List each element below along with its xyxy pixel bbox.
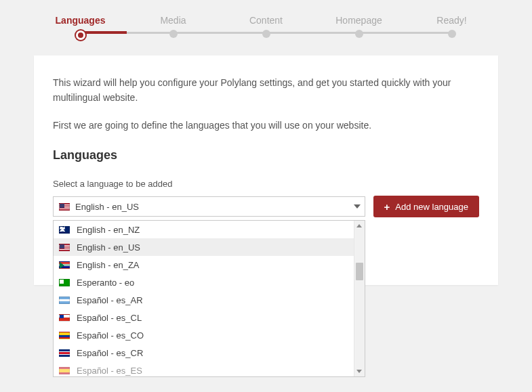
- language-dropdown: English - en_NZEnglish - en_USEnglish - …: [53, 220, 365, 377]
- step-label: Content: [220, 15, 312, 26]
- language-select-row: English - en_US English - en_NZEnglish -…: [53, 196, 479, 217]
- language-option[interactable]: Español - es_AR: [54, 291, 354, 309]
- step-dot-icon: [169, 30, 178, 38]
- step-label: Languages: [34, 15, 127, 26]
- language-option-label: Español - es_CO: [77, 330, 144, 341]
- language-option[interactable]: Español - es_CL: [54, 309, 354, 326]
- language-option[interactable]: English - en_US: [54, 238, 354, 256]
- language-option-label: English - en_ZA: [77, 260, 140, 270]
- flag-icon: [59, 367, 70, 374]
- language-select[interactable]: English - en_US: [53, 196, 365, 217]
- selected-flag-icon: [59, 203, 70, 211]
- flag-icon: [59, 332, 70, 339]
- flag-icon: [59, 297, 70, 304]
- flag-icon: [59, 314, 70, 322]
- selected-language-label: English - en_US: [75, 202, 139, 212]
- scroll-thumb[interactable]: [356, 263, 363, 280]
- add-language-button[interactable]: + Add new language: [373, 196, 479, 217]
- step-dot-icon: [76, 30, 85, 40]
- section-title: Languages: [53, 148, 479, 162]
- language-option-label: Español - es_CR: [77, 348, 143, 358]
- chevron-down-icon: [354, 204, 361, 209]
- language-dropdown-list: English - en_NZEnglish - en_USEnglish - …: [54, 221, 354, 376]
- step-label: Homepage: [312, 15, 405, 26]
- step-ready[interactable]: Ready!: [405, 7, 498, 39]
- language-option-label: English - en_NZ: [77, 225, 140, 235]
- plus-icon: +: [384, 202, 390, 212]
- step-media[interactable]: Media: [127, 7, 220, 39]
- flag-icon: [59, 226, 70, 234]
- step-dot-icon: [448, 30, 456, 38]
- step-label: Ready!: [405, 15, 498, 26]
- language-option[interactable]: Esperanto - eo: [54, 274, 354, 291]
- flag-icon: [59, 261, 70, 269]
- flag-icon: [59, 279, 70, 286]
- language-option[interactable]: English - en_NZ: [54, 221, 354, 238]
- step-label: Media: [127, 15, 220, 26]
- language-option[interactable]: Español - es_ES: [54, 362, 354, 376]
- intro-text: This wizard will help you configure your…: [53, 76, 479, 105]
- language-option[interactable]: Español - es_CR: [54, 344, 354, 362]
- language-option[interactable]: Español - es_CO: [54, 326, 354, 344]
- add-language-label: Add new language: [395, 202, 468, 212]
- step-dot-icon: [355, 30, 363, 38]
- step-line: [81, 31, 127, 34]
- step-languages[interactable]: Languages: [34, 7, 127, 39]
- dropdown-scrollbar[interactable]: [354, 221, 365, 376]
- step-dot-icon: [262, 30, 270, 38]
- language-option-label: Esperanto - eo: [77, 278, 134, 288]
- language-option[interactable]: English - en_ZA: [54, 256, 354, 274]
- scroll-down-icon[interactable]: [354, 366, 365, 376]
- language-option-label: Español - es_CL: [77, 313, 142, 323]
- flag-icon: [59, 349, 70, 357]
- flag-icon: [59, 244, 70, 251]
- wizard-stepper: LanguagesMediaContentHomepageReady!: [0, 7, 532, 39]
- step-homepage[interactable]: Homepage: [312, 7, 405, 39]
- language-option-label: English - en_US: [77, 242, 140, 253]
- language-option-label: Español - es_ES: [77, 366, 142, 376]
- field-label: Select a language to be added: [53, 179, 479, 189]
- wizard-card: This wizard will help you configure your…: [34, 56, 498, 285]
- intro-subtext: First we are going to define the languag…: [53, 118, 479, 133]
- step-content[interactable]: Content: [220, 7, 312, 39]
- step-line: [405, 32, 452, 34]
- scroll-up-icon[interactable]: [354, 221, 365, 231]
- language-option-label: Español - es_AR: [77, 295, 143, 305]
- language-select-wrap: English - en_US English - en_NZEnglish -…: [53, 196, 365, 217]
